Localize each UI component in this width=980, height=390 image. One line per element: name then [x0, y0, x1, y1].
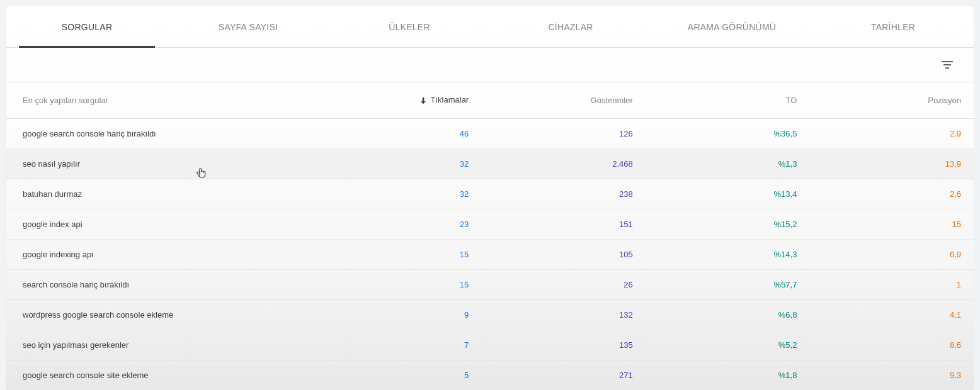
table-row[interactable]: google search console site ekleme5271%1,… [6, 360, 974, 391]
col-label: Pozisyon [928, 96, 961, 105]
cell-query: batuhan durmaz [6, 179, 317, 209]
table-toolbar [6, 48, 974, 82]
table-row[interactable]: google index api23151%15,215 [6, 209, 974, 240]
cell-query: google index api [6, 209, 317, 240]
cell-impressions: 105 [481, 240, 646, 270]
cell-clicks: 5 [317, 360, 482, 391]
tab-label: CİHAZLAR [548, 22, 593, 32]
col-query[interactable]: En çok yapılan sorgular [6, 82, 317, 119]
tab-bar: SORGULAR SAYFA SAYISI ÜLKELER CİHAZLAR A… [6, 6, 974, 48]
cell-clicks: 32 [317, 149, 482, 179]
cell-clicks: 46 [317, 119, 482, 149]
col-label: Tıklamalar [431, 95, 469, 104]
col-label: En çok yapılan sorgular [23, 96, 108, 105]
cell-clicks: 7 [317, 330, 482, 360]
cell-impressions: 135 [481, 330, 646, 360]
cell-ctr: %6,8 [646, 300, 810, 330]
table-header-row: En çok yapılan sorgular Tıklamalar Göste… [6, 82, 974, 119]
cell-ctr: %13,4 [646, 179, 810, 209]
tab-label: SAYFA SAYISI [219, 22, 278, 32]
cell-ctr: %15,2 [646, 209, 810, 240]
cell-clicks: 9 [317, 300, 482, 330]
cell-ctr: %1,8 [646, 360, 810, 391]
table-row[interactable]: seo için yapılması gerekenler7135%5,28,6 [6, 330, 974, 360]
cell-impressions: 26 [481, 270, 646, 300]
table-row[interactable]: seo nasıl yapılır322.468%1,313,9 [6, 149, 974, 179]
cell-position: 2,6 [809, 179, 974, 209]
cell-query: google indexing api [6, 240, 317, 270]
cell-impressions: 151 [481, 209, 646, 240]
cell-query: search console hariç bırakıldı [6, 270, 317, 300]
cell-ctr: %14,3 [646, 240, 810, 270]
col-position[interactable]: Pozisyon [809, 82, 974, 119]
col-ctr[interactable]: TO [646, 82, 810, 119]
tab-devices[interactable]: CİHAZLAR [490, 6, 651, 47]
cell-position: 9,3 [809, 360, 974, 391]
cell-query: google search console site ekleme [6, 360, 317, 391]
tab-search-appearance[interactable]: ARAMA GÖRÜNÜMÜ [651, 6, 812, 47]
cell-ctr: %5,2 [646, 330, 810, 360]
cell-clicks: 32 [317, 179, 482, 209]
cell-query: seo nasıl yapılır [6, 149, 317, 179]
tab-label: TARİHLER [871, 22, 915, 32]
cell-ctr: %1,3 [646, 149, 810, 179]
cell-impressions: 271 [481, 360, 646, 391]
cell-position: 13,9 [809, 149, 974, 179]
col-impressions[interactable]: Gösterimler [481, 82, 646, 119]
cell-position: 15 [809, 209, 974, 240]
cell-position: 8,6 [809, 330, 974, 360]
col-clicks[interactable]: Tıklamalar [317, 82, 482, 119]
cell-query: wordpress google search console ekleme [6, 300, 317, 330]
tab-label: SORGULAR [62, 22, 113, 32]
tab-dates[interactable]: TARİHLER [812, 6, 974, 47]
performance-panel: SORGULAR SAYFA SAYISI ÜLKELER CİHAZLAR A… [6, 6, 974, 390]
cell-ctr: %36,5 [646, 119, 810, 149]
cell-impressions: 238 [481, 179, 646, 209]
table-row[interactable]: google indexing api15105%14,36,9 [6, 240, 974, 270]
filter-icon[interactable] [940, 57, 955, 72]
col-label: TO [786, 96, 797, 105]
table-row[interactable]: search console hariç bırakıldı1526%57,71 [6, 270, 974, 300]
cell-clicks: 15 [317, 240, 482, 270]
tab-label: ÜLKELER [389, 22, 430, 32]
tab-label: ARAMA GÖRÜNÜMÜ [688, 22, 776, 32]
cell-ctr: %57,7 [646, 270, 810, 300]
cell-impressions: 132 [481, 300, 646, 330]
cell-position: 6,9 [809, 240, 974, 270]
cell-position: 4,1 [809, 300, 974, 330]
tab-queries[interactable]: SORGULAR [6, 6, 168, 47]
cell-clicks: 15 [317, 270, 482, 300]
queries-table: En çok yapılan sorgular Tıklamalar Göste… [6, 82, 974, 390]
cell-query: seo için yapılması gerekenler [6, 330, 317, 360]
cell-impressions: 2.468 [481, 149, 646, 179]
sort-desc-icon [418, 96, 428, 106]
table-row[interactable]: batuhan durmaz32238%13,42,6 [6, 179, 974, 209]
table-row[interactable]: google search console hariç bırakıldı461… [6, 119, 974, 149]
table-row[interactable]: wordpress google search console ekleme91… [6, 300, 974, 330]
cell-query: google search console hariç bırakıldı [6, 119, 317, 149]
cell-position: 2,9 [809, 119, 974, 149]
cell-position: 1 [809, 270, 974, 300]
tab-pages[interactable]: SAYFA SAYISI [168, 6, 329, 47]
col-label: Gösterimler [591, 96, 633, 105]
tab-countries[interactable]: ÜLKELER [329, 6, 490, 47]
cell-clicks: 23 [317, 209, 482, 240]
cell-impressions: 126 [481, 119, 646, 149]
